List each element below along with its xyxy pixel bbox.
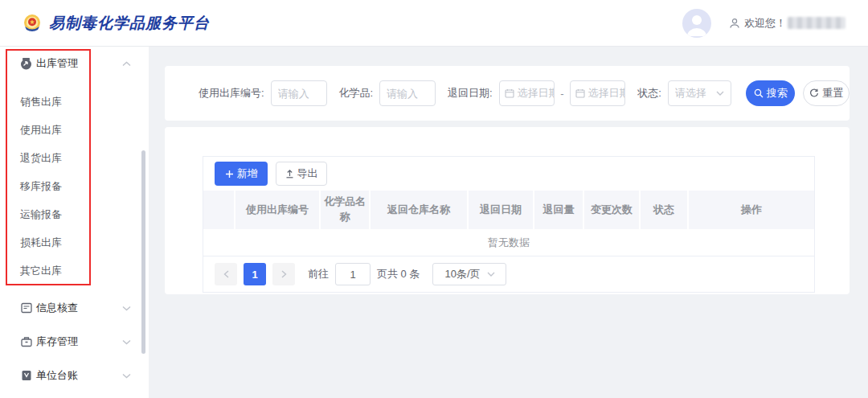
sidebar-scrollbar[interactable] [141, 150, 145, 354]
sidebar-item-yiku-baobei[interactable]: 移库报备 [0, 172, 149, 200]
reset-button[interactable]: 重置 [803, 80, 850, 106]
ledger-icon [20, 370, 32, 381]
reset-button-label: 重置 [822, 86, 843, 101]
chevron-down-icon [122, 373, 131, 379]
table-header-actions: 操作 [689, 191, 814, 229]
user-icon [729, 18, 740, 29]
avatar[interactable] [682, 9, 711, 38]
empty-data-text: 暂无数据 [203, 229, 814, 256]
sidebar-item-shiyong-chuku[interactable]: 使用出库 [0, 116, 149, 144]
sidebar-item-sunhao-chuku[interactable]: 损耗出库 [0, 228, 149, 256]
date-placeholder: 选择日期 [588, 86, 626, 101]
content-card: 新增 导出 使用出库编号 化学品名称 返回仓库名称 退回日期 退回量 变更次数 [165, 127, 850, 294]
header-user-area: 欢迎您！ [682, 9, 845, 38]
table-header-chemical-name: 化学品名称 [321, 191, 371, 229]
add-button-label: 新增 [237, 166, 258, 181]
sidebar-group-xinxi-hecha[interactable]: 信息核查 [0, 291, 149, 325]
search-button[interactable]: 搜索 [746, 80, 795, 106]
search-icon [754, 88, 764, 98]
page-title: 易制毒化学品服务平台 [49, 13, 210, 34]
return-date-end-picker[interactable]: 选择日期 [570, 80, 626, 106]
page-number-input[interactable] [335, 263, 371, 285]
export-button-label: 导出 [297, 166, 318, 181]
date-separator: - [560, 88, 563, 100]
current-page-button[interactable]: 1 [244, 263, 266, 285]
page-size-value: 10条/页 [444, 267, 480, 281]
prev-icon [223, 270, 229, 278]
table-header-row: 使用出库编号 化学品名称 返回仓库名称 退回日期 退回量 变更次数 状态 操作 [203, 191, 814, 229]
table-header-return-qty: 退回量 [534, 191, 584, 229]
avatar-person-icon [682, 9, 711, 38]
select-arrow-icon [716, 91, 724, 96]
filter-label-status: 状态: [637, 86, 661, 101]
return-date-start-picker[interactable]: 选择日期 [499, 80, 555, 106]
doc-check-icon [20, 302, 32, 314]
sidebar-submenu-chuku: 销售出库 使用出库 退货出库 移库报备 运输报备 损耗出库 其它出库 [0, 80, 149, 291]
sidebar-group-label: 单位台账 [36, 368, 78, 383]
welcome-label: 欢迎您！ [744, 16, 786, 31]
filter-label-return-date: 退回日期: [448, 86, 493, 101]
next-icon [281, 270, 287, 278]
table-header-warehouse-name: 返回仓库名称 [371, 191, 469, 229]
date-placeholder: 选择日期 [518, 86, 555, 101]
sidebar-group-kucun-guanli[interactable]: 库存管理 [0, 325, 149, 359]
plus-icon [225, 170, 234, 178]
welcome-text-wrap: 欢迎您！ [729, 16, 845, 31]
filter-label-outbound-no: 使用出库编号: [199, 86, 264, 101]
table-header-return-date: 退回日期 [469, 191, 534, 229]
calendar-icon [505, 88, 514, 98]
pagination: 1 前往 页共 0 条 10条/页 [203, 256, 814, 292]
sidebar-group-danwei-taizhang[interactable]: 单位台账 [0, 359, 149, 392]
filter-label-chemical: 化学品: [338, 86, 373, 101]
chevron-down-icon [122, 306, 131, 311]
table-header-change-count: 变更次数 [584, 191, 641, 229]
top-header: 易制毒化学品服务平台 欢迎您！ [0, 0, 868, 47]
sidebar-group-label: 出库管理 [36, 56, 78, 71]
table-header-outbound-no: 使用出库编号 [235, 191, 321, 229]
chevron-up-icon [122, 61, 131, 67]
outbound-no-input[interactable] [271, 80, 327, 106]
total-count-label: 页共 0 条 [377, 267, 420, 281]
sidebar-group-tongji-baobiao[interactable]: 统计报表 [0, 392, 149, 398]
sidebar-item-qita-chuku[interactable]: 其它出库 [0, 256, 149, 285]
goto-label: 前往 [308, 267, 329, 281]
sidebar-group-label: 信息核查 [36, 301, 78, 315]
filter-bar: 使用出库编号: 化学品: 退回日期: 选择日期 - 选择日期 状态: 请选择 [165, 66, 850, 121]
calendar-icon [575, 88, 585, 98]
redacted-username [788, 17, 845, 29]
table-toolbar: 新增 导出 [203, 157, 814, 191]
add-button[interactable]: 新增 [215, 162, 268, 186]
page-size-select[interactable]: 10条/页 [432, 263, 506, 285]
police-badge-icon [23, 14, 42, 33]
table-panel: 新增 导出 使用出库编号 化学品名称 返回仓库名称 退回日期 退回量 变更次数 [203, 156, 815, 293]
outbox-icon [20, 58, 32, 70]
brand: 易制毒化学品服务平台 [23, 13, 210, 34]
sidebar-item-xiaoshou-chuku[interactable]: 销售出库 [0, 88, 149, 116]
select-arrow-icon [487, 272, 495, 277]
chevron-down-icon [122, 339, 131, 345]
inventory-icon [20, 336, 32, 347]
sidebar-group-label: 库存管理 [36, 334, 78, 349]
prev-page-button[interactable] [215, 263, 237, 285]
table-header-select [203, 191, 235, 229]
status-select[interactable]: 请选择 [668, 80, 731, 106]
page: 易制毒化学品服务平台 欢迎您！ [0, 0, 868, 398]
sidebar-item-yunshu-baobei[interactable]: 运输报备 [0, 200, 149, 228]
table-header-status: 状态 [641, 191, 689, 229]
reset-icon [809, 88, 819, 98]
sidebar-group-chuku[interactable]: 出库管理 [0, 47, 149, 80]
next-page-button[interactable] [272, 263, 295, 285]
sidebar-item-tuihuo-chuku[interactable]: 退货出库 [0, 144, 149, 172]
status-select-placeholder: 请选择 [675, 86, 716, 101]
sidebar: 出库管理 销售出库 使用出库 退货出库 移库报备 运输报备 损耗出库 其它出库 … [0, 47, 149, 398]
export-button[interactable]: 导出 [276, 162, 327, 186]
export-icon [285, 169, 294, 178]
search-button-label: 搜索 [767, 86, 788, 101]
chemical-input[interactable] [379, 80, 436, 106]
